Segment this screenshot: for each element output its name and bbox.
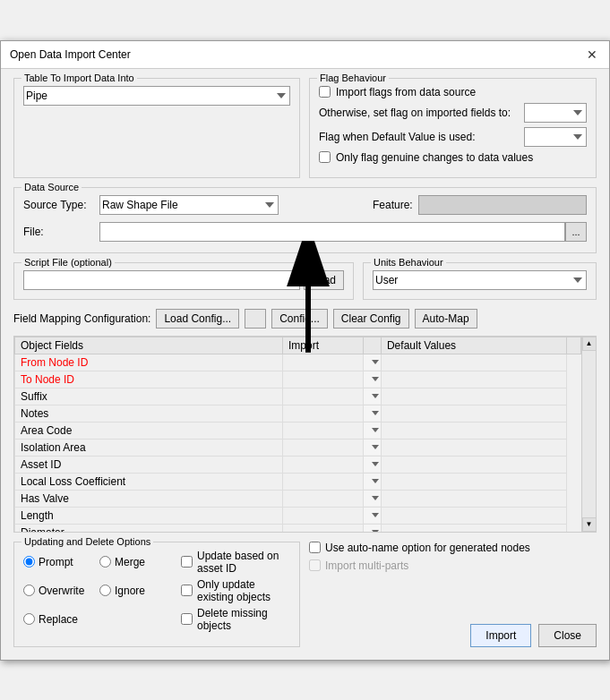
only-update-checkbox[interactable] <box>181 585 193 596</box>
table-import-select[interactable]: Pipe <box>23 86 290 106</box>
default-value-cell <box>381 473 566 490</box>
col-empty <box>363 337 381 354</box>
prompt-radio[interactable] <box>23 556 35 568</box>
table-row: Local Loss Coefficient <box>15 473 581 490</box>
table-row: Isolation Area <box>15 439 581 456</box>
only-update-label: Only update existing objects <box>197 578 290 603</box>
dropdown-cell[interactable] <box>363 405 381 422</box>
table-row: From Node ID <box>15 354 581 371</box>
flag-default-select[interactable] <box>524 127 587 147</box>
auto-map-button[interactable]: Auto-Map <box>415 309 477 329</box>
row-dropdown[interactable] <box>364 388 381 404</box>
import-multi-checkbox[interactable] <box>309 559 321 571</box>
script-file-input[interactable] <box>23 270 300 290</box>
main-window: Open Data Import Center ✕ Table To Impor… <box>0 40 610 661</box>
col-default-values: Default Values <box>381 337 566 354</box>
import-multi-label: Import multi-parts <box>325 559 408 572</box>
import-cell <box>282 388 363 405</box>
default-value-cell <box>381 388 566 405</box>
import-cell <box>282 354 363 371</box>
row-dropdown[interactable] <box>364 354 381 370</box>
table-row: Asset ID <box>15 456 581 473</box>
field-name-cell: Isolation Area <box>15 439 283 456</box>
field-name-cell: Length <box>15 507 283 524</box>
row-dropdown[interactable] <box>364 440 381 455</box>
source-type-label: Source Type: <box>23 199 99 211</box>
row-dropdown[interactable] <box>364 371 381 387</box>
source-type-select[interactable]: Raw Shape File <box>99 195 279 215</box>
file-row: File: ... <box>23 222 587 242</box>
default-value-cell <box>381 371 566 388</box>
update-options-label: Updating and Delete Options <box>21 536 153 547</box>
import-cell <box>282 371 363 388</box>
row-dropdown[interactable] <box>364 508 381 523</box>
row-dropdown[interactable] <box>364 457 381 472</box>
browse-button[interactable]: ... <box>565 222 587 242</box>
action-buttons: Import Close <box>309 624 597 647</box>
import-cell <box>282 439 363 456</box>
close-button[interactable]: Close <box>538 624 597 647</box>
row-dropdown[interactable] <box>364 525 381 532</box>
import-flags-checkbox[interactable] <box>319 86 331 98</box>
row-dropdown[interactable] <box>364 491 381 506</box>
otherwise-label: Otherwise, set flag on imported fields t… <box>319 107 519 119</box>
field-mapping-label: Field Mapping Configuration: <box>13 312 150 325</box>
auto-name-label: Use auto-name option for generated nodes <box>325 542 530 554</box>
field-name-cell: Diameter <box>15 524 283 532</box>
only-genuine-checkbox[interactable] <box>319 151 331 163</box>
mapping-table-container: Object Fields Import Default Values From… <box>13 336 597 533</box>
delete-missing-checkbox[interactable] <box>181 613 193 625</box>
dropdown-cell[interactable] <box>363 507 381 524</box>
dropdown-cell[interactable] <box>363 490 381 507</box>
default-value-cell <box>381 354 566 371</box>
dropdown-cell[interactable] <box>363 524 381 532</box>
title-bar: Open Data Import Center ✕ <box>1 41 609 69</box>
row-dropdown[interactable] <box>364 423 381 438</box>
dropdown-cell[interactable] <box>363 354 381 371</box>
scroll-up-arrow[interactable]: ▲ <box>582 337 597 351</box>
units-behaviour-section: Units Behaviour User <box>363 262 597 300</box>
import-flags-label: Import flags from data source <box>336 86 476 98</box>
dropdown-cell[interactable] <box>363 388 381 405</box>
dropdown-cell[interactable] <box>363 422 381 439</box>
load-button[interactable]: Load <box>304 270 344 290</box>
import-cell <box>282 524 363 532</box>
units-select[interactable]: User <box>373 270 587 290</box>
update-asset-checkbox[interactable] <box>181 556 193 568</box>
ignore-radio[interactable] <box>99 585 111 596</box>
file-input[interactable] <box>99 222 565 242</box>
dropdown-cell[interactable] <box>363 439 381 456</box>
field-mapping-row: Field Mapping Configuration: Load Config… <box>13 309 597 329</box>
mapping-table-scroll[interactable]: Object Fields Import Default Values From… <box>14 337 581 532</box>
merge-radio[interactable] <box>99 556 111 568</box>
col-object-fields: Object Fields <box>15 337 283 354</box>
table-row: Suffix <box>15 388 581 405</box>
row-dropdown[interactable] <box>364 405 381 421</box>
load-config-button[interactable]: Load Config... <box>156 309 239 329</box>
overwrite-radio[interactable] <box>23 585 35 596</box>
otherwise-select[interactable] <box>524 103 587 123</box>
prompt-label: Prompt <box>39 556 73 568</box>
col-import: Import <box>282 337 363 354</box>
table-row: Has Valve <box>15 490 581 507</box>
dropdown-cell[interactable] <box>363 473 381 490</box>
import-cell <box>282 456 363 473</box>
scroll-down-arrow[interactable]: ▼ <box>582 517 597 532</box>
field-name-cell: Notes <box>15 405 283 422</box>
import-button[interactable]: Import <box>470 624 531 647</box>
clear-config-button[interactable]: Clear Config <box>333 309 409 329</box>
replace-radio[interactable] <box>23 613 35 625</box>
col-scroll-header <box>567 337 581 354</box>
auto-name-checkbox[interactable] <box>309 542 321 553</box>
overwrite-label: Overwrite <box>39 585 84 597</box>
close-icon[interactable]: ✕ <box>584 47 600 63</box>
field-name-cell: From Node ID <box>15 354 283 371</box>
delete-missing-label: Delete missing objects <box>197 607 290 632</box>
dropdown-cell[interactable] <box>363 371 381 388</box>
dropdown-cell[interactable] <box>363 456 381 473</box>
save-config-button[interactable] <box>245 309 266 329</box>
feature-select[interactable] <box>418 195 587 215</box>
save-config2-button[interactable]: Config... <box>271 309 328 329</box>
table-scrollbar[interactable]: ▲ ▼ <box>581 337 596 532</box>
row-dropdown[interactable] <box>364 474 381 489</box>
